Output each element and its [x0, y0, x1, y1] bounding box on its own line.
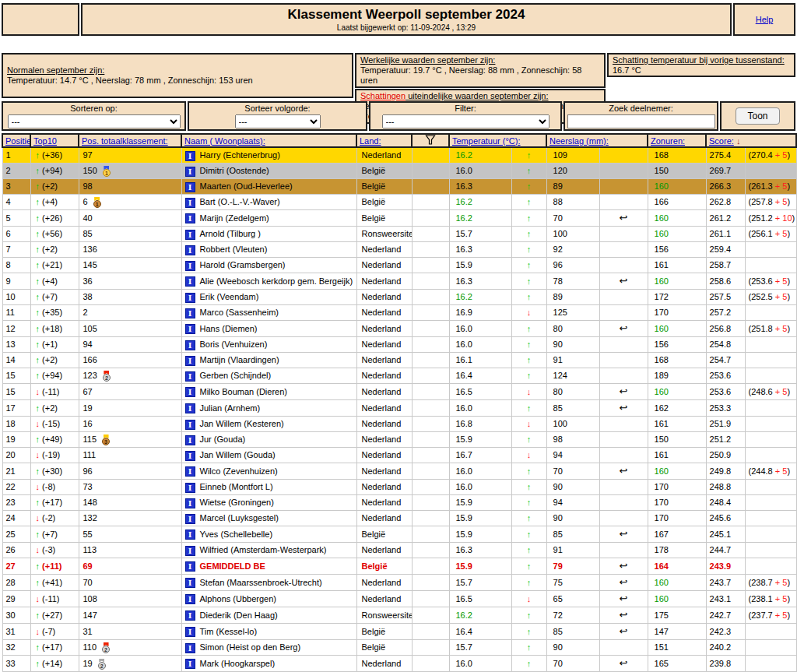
name-cell: IWilfried (Amsterdam-Westerpark) [181, 543, 356, 558]
overall-position-value: 6 [83, 197, 88, 206]
info-icon[interactable]: I [185, 230, 195, 240]
top10-change-cell: ↓ (-3) [30, 543, 79, 558]
info-icon[interactable]: I [185, 371, 195, 382]
filter-spacer-cell [412, 607, 449, 624]
info-icon[interactable]: I [185, 594, 195, 604]
overall-position-value: 98 [83, 181, 93, 191]
info-icon[interactable]: I [185, 356, 195, 366]
temperatuur-sort-link[interactable]: Temperatuur (°C): [452, 136, 521, 146]
sun-hours-cell: 170 [648, 305, 706, 321]
score-bonus-value: + 5 [775, 324, 788, 333]
top10-change-value: (+17) [40, 642, 62, 652]
info-icon[interactable]: I [185, 213, 195, 223]
precipitation-cell: 100 [546, 227, 599, 242]
info-icon[interactable]: I [185, 293, 195, 303]
filter-funnel-icon[interactable] [425, 135, 436, 145]
info-icon[interactable]: I [185, 435, 195, 445]
info-icon[interactable]: I [185, 308, 195, 318]
info-icon[interactable]: I [185, 561, 195, 572]
temperature-trend-cell: ↑ [511, 290, 546, 305]
info-icon[interactable]: I [185, 151, 195, 161]
sun-hours-cell: 156 [648, 242, 706, 258]
info-icon[interactable]: I [185, 659, 195, 669]
land-sort-link[interactable]: Land: [360, 136, 381, 146]
info-icon[interactable]: I [185, 578, 195, 588]
info-icon[interactable]: I [185, 546, 195, 556]
temperature-trend-cell: ↑ [511, 607, 546, 624]
info-icon[interactable]: I [185, 167, 195, 177]
info-icon[interactable]: I [185, 340, 195, 350]
help-link[interactable]: Help [756, 15, 774, 24]
temperature-up-arrow-icon: ↑ [527, 610, 532, 620]
revised-return-arrow-icon: ↩ [620, 465, 628, 477]
info-icon[interactable]: I [185, 498, 195, 508]
info-icon[interactable]: I [185, 245, 195, 255]
country-cell: Nederland [356, 305, 412, 321]
info-icon[interactable]: I [185, 420, 195, 430]
sun-hours-cell: 189 [648, 368, 706, 384]
precipitation-cell: 94 [546, 495, 599, 511]
temperature-trend-cell: ↑ [511, 227, 546, 242]
positie-sort-link[interactable]: Positie: [5, 136, 30, 146]
sort-order-select[interactable]: --- [235, 114, 321, 128]
info-icon[interactable]: I [185, 198, 195, 208]
search-input[interactable] [567, 114, 715, 128]
info-icon[interactable]: I [185, 483, 195, 493]
score-sort-direction-icon[interactable]: ↓ [736, 136, 741, 146]
precipitation-revised-cell [599, 417, 648, 432]
neerslag-sort-link[interactable]: Neerslag (mm): [549, 136, 609, 146]
info-icon[interactable]: I [185, 627, 195, 637]
table-row: 17↑ (+2)19IJulian (Arnhem)Nederland16.0↑… [2, 400, 796, 417]
filter-spacer-cell [412, 164, 449, 179]
precipitation-cell: 75 [546, 575, 599, 591]
top10-sort-link[interactable]: Top10 [33, 136, 57, 146]
info-icon[interactable]: I [185, 403, 195, 413]
filter-spacer-cell [412, 448, 449, 463]
info-icon[interactable]: I [185, 387, 195, 397]
country-cell: Nederland [356, 511, 412, 526]
zonuren-sort-link[interactable]: Zonuren: [651, 136, 685, 146]
info-icon[interactable]: I [185, 182, 195, 192]
score-detail-cell: (253.6 + 5) [745, 273, 796, 290]
info-icon[interactable]: I [185, 466, 195, 477]
show-button[interactable]: Toon [736, 107, 779, 125]
filter-select[interactable]: --- [382, 114, 549, 128]
top10-change-cell: ↑ (+56) [30, 227, 79, 242]
table-row: 24↓ (-2)132IMarcel (Luyksgestel)Nederlan… [2, 511, 796, 526]
overall-position-cell: 136 [79, 242, 181, 258]
sun-hours-cell: 160 [648, 210, 706, 227]
info-icon[interactable]: I [185, 643, 195, 653]
info-icon[interactable]: I [185, 514, 195, 524]
name-cell: IErik (Veendam) [181, 290, 356, 305]
info-icon[interactable]: I [185, 610, 195, 621]
top10-change-cell: ↓ (-19) [30, 448, 79, 463]
score-cell: 239.8 [706, 656, 745, 672]
temperature-up-arrow-icon: ↑ [527, 324, 532, 333]
filter-spacer-cell [412, 543, 449, 558]
info-icon[interactable]: I [185, 261, 195, 271]
score-sort-link[interactable]: Score: [709, 136, 734, 146]
naam-sort-link[interactable]: Naam ( Woonplaats): [184, 136, 265, 146]
overall-position-cell: 105 [79, 321, 181, 337]
info-icon[interactable]: I [185, 324, 195, 334]
position-cell: 22 [2, 480, 30, 495]
top10-change-cell: ↑ (+41) [30, 575, 79, 591]
temperature-cell: 16.2 [449, 147, 511, 164]
info-icon[interactable]: I [185, 451, 195, 461]
filter-spacer-cell [412, 640, 449, 656]
info-icon[interactable]: I [185, 530, 195, 540]
position-cell: 15 [2, 368, 30, 384]
info-icon[interactable]: I [185, 276, 195, 287]
score-cell: 242.3 [706, 624, 745, 640]
position-cell: 3 [2, 179, 30, 195]
ranking-table: Positie: Top10 Pos. totaalklassement: Na… [2, 133, 797, 672]
sort-by-select[interactable]: --- [8, 114, 181, 128]
pos-totaal-sort-link[interactable]: Pos. totaalklassement: [82, 136, 168, 146]
participant-name: Diederik (Den Haag) [200, 610, 278, 620]
table-row: 10↑ (+7)38IErik (Veendam)Nederland16.2↑8… [2, 290, 796, 305]
temperature-trend-cell: ↑ [511, 368, 546, 384]
name-cell: IGEMIDDELD BE [181, 558, 356, 575]
col-header-naam: Naam ( Woonplaats): [181, 134, 356, 147]
sun-hours-cell: 167 [648, 526, 706, 543]
temperature-trend-cell: ↑ [511, 463, 546, 480]
